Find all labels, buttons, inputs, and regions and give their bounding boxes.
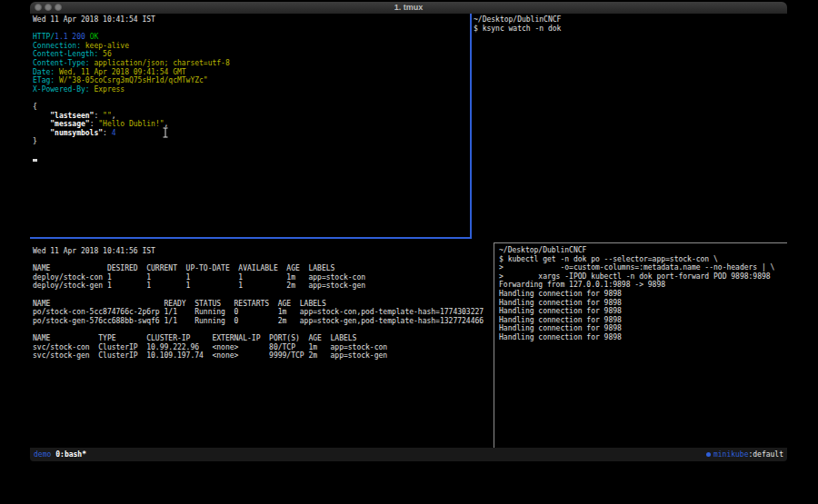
tmux-status-bar: demo 0:bash* minikube :default [30, 448, 787, 461]
active-pane-divider-vertical[interactable] [470, 14, 472, 239]
terminal-line [33, 155, 470, 164]
terminal-line: Wed 11 Apr 2018 10:41:56 IST [33, 247, 494, 256]
terminal-line: Handling connection for 9898 [499, 333, 787, 342]
terminal-line [33, 291, 494, 300]
terminal-line: } [33, 137, 470, 146]
window-titlebar[interactable]: 1. tmux [30, 2, 787, 14]
terminal-line: ETag: W/"38-05coCsrg3mQ75sHr1d/qcMTwYZc" [33, 76, 470, 85]
terminal-line: "numsymbols": 4 [33, 129, 470, 138]
terminal-line: ~/Desktop/DublinCNCF [499, 246, 787, 255]
terminal-line: Wed 11 Apr 2018 10:41:54 IST [33, 15, 470, 25]
window-title: 1. tmux [30, 2, 787, 14]
terminal-line: Content-Length: 56 [33, 50, 470, 59]
terminal-line: po/stock-gen-576cc688bb-swqf6 1/1 Runnin… [33, 317, 494, 326]
tmux-session: Wed 11 Apr 2018 10:41:54 ISTHTTP/1.1 200… [30, 14, 787, 450]
terminal-line: NAME DESIRED CURRENT UP-TO-DATE AVAILABL… [33, 264, 494, 273]
terminal-line: NAME TYPE CLUSTER-IP EXTERNAL-IP PORT(S)… [33, 334, 494, 343]
terminal-line: deploy/stock-gen 1 1 1 1 2m app=stock-ge… [33, 282, 494, 291]
terminal-line: ~/Desktop/DublinCNCF [474, 15, 787, 25]
terminal-line: deploy/stock-con 1 1 1 1 1m app=stock-co… [33, 273, 494, 282]
terminal-line: Handling connection for 9898 [499, 290, 787, 299]
kube-context: minikube [713, 448, 749, 461]
terminal-line: svc/stock-con ClusterIP 10.99.222.96 <no… [33, 343, 494, 352]
terminal-line [33, 146, 470, 155]
terminal-line: Handling connection for 9898 [499, 324, 787, 333]
terminal-line: po/stock-con-5cc874766c-2p6rp 1/1 Runnin… [33, 308, 494, 317]
pane-kubectl-resources[interactable]: Wed 11 Apr 2018 10:41:56 ISTNAME DESIRED… [30, 239, 494, 448]
terminal-line: Handling connection for 9898 [499, 307, 787, 316]
terminal-line [33, 256, 494, 265]
pane-divider-horizontal[interactable] [494, 242, 787, 243]
terminal-line: Date: Wed, 11 Apr 2018 09:41:54 GMT [33, 68, 470, 77]
terminal-line: $ kubectl get -n dok po --selector=app=s… [499, 255, 787, 264]
terminal-line: > -o=custom-columns=:metadata.name --no-… [499, 263, 787, 272]
pane-http-response[interactable]: Wed 11 Apr 2018 10:41:54 ISTHTTP/1.1 200… [30, 14, 470, 237]
terminal-line: $ ksync watch -n dok [474, 25, 787, 34]
pane-ksync-watch[interactable]: ~/Desktop/DublinCNCF$ ksync watch -n dok [472, 14, 787, 242]
terminal-line [33, 94, 470, 103]
session-name: demo [34, 448, 51, 461]
terminal-line: HTTP/1.1 200 OK [33, 33, 470, 42]
kube-namespace: :default [748, 448, 783, 461]
helm-wheel-icon [706, 452, 711, 457]
window-tab-bash[interactable]: 0:bash* [55, 448, 86, 461]
terminal-line: Connection: keep-alive [33, 42, 470, 51]
desktop: 1. tmux Wed 11 Apr 2018 10:41:54 ISTHTTP… [0, 0, 818, 504]
mouse-ibeam-cursor [162, 127, 169, 138]
pane-divider-vertical[interactable] [494, 242, 494, 448]
terminal-line: Forwarding from 127.0.0.1:9898 -> 9898 [499, 281, 787, 290]
terminal-line [33, 325, 494, 334]
terminal-line: NAME READY STATUS RESTARTS AGE LABELS [33, 300, 494, 309]
terminal-line: X-Powered-By: Express [33, 85, 470, 94]
active-pane-divider-horizontal[interactable] [30, 237, 472, 239]
terminal-line: svc/stock-gen ClusterIP 10.109.197.74 <n… [33, 351, 494, 361]
terminal-window: 1. tmux Wed 11 Apr 2018 10:41:54 ISTHTTP… [30, 2, 787, 461]
terminal-line: Handling connection for 9898 [499, 316, 787, 325]
terminal-line [33, 25, 470, 34]
pane-port-forward[interactable]: ~/Desktop/DublinCNCF$ kubectl get -n dok… [494, 243, 787, 448]
kube-context-status: minikube :default [706, 448, 783, 461]
terminal-line: Content-Type: application/json; charset=… [33, 59, 470, 68]
terminal-line: { [33, 103, 470, 112]
terminal-line: "lastseen": "", [33, 112, 470, 121]
terminal-line: "message": "Hello Dublin!", [33, 120, 470, 129]
terminal-line: > xargs -IPOD kubectl -n dok port-forwar… [499, 272, 787, 282]
terminal-line: Handling connection for 9898 [499, 299, 787, 308]
